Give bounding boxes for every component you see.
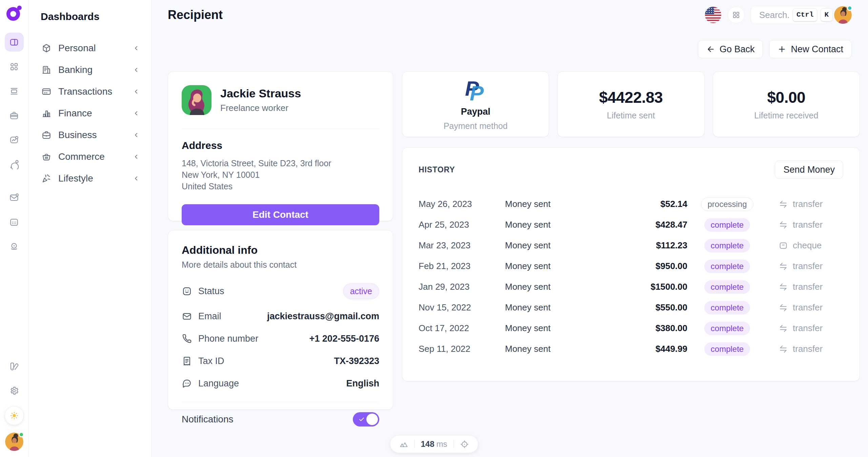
apps-button[interactable] — [728, 6, 745, 23]
user-avatar[interactable] — [834, 6, 852, 24]
search-input[interactable] — [759, 9, 790, 21]
webcam-icon — [9, 242, 19, 251]
rail-item-calendar[interactable] — [5, 212, 24, 231]
info-row-phone: Phone number +1 202-555-0176 — [182, 334, 379, 344]
panels-icon — [9, 37, 19, 47]
rail-item-chat[interactable] — [5, 155, 24, 174]
history-date: Nov 15, 2022 — [419, 302, 505, 313]
new-contact-button[interactable]: New Contact — [769, 40, 852, 58]
history-status-cell: complete — [687, 342, 767, 356]
history-row[interactable]: Apr 25, 2023 Money sent $428.47 complete — [419, 214, 843, 235]
history-type-label: transfer — [793, 323, 823, 334]
rail-item-swatches[interactable] — [5, 357, 24, 376]
history-type-cell: transfer — [767, 199, 843, 209]
edit-contact-button[interactable]: Edit Contact — [182, 204, 379, 225]
sidebar-item-finance[interactable]: Finance — [39, 102, 142, 124]
sidebar-item-commerce[interactable]: Commerce — [39, 146, 142, 168]
left-column: Jackie Strauss Freelance worker Address … — [168, 71, 393, 410]
lifetime-sent-card: $4422.83 Lifetime sent — [557, 71, 704, 137]
sidebar-item-lifestyle[interactable]: Lifestyle — [39, 168, 142, 189]
online-status-dot — [19, 432, 24, 437]
history-date: Oct 17, 2022 — [419, 323, 505, 334]
payment-method-card[interactable]: P P Paypal Payment method — [402, 71, 549, 137]
smile-square-icon — [182, 286, 192, 297]
history-row[interactable]: Mar 23, 2023 Money sent $112.23 complete — [419, 235, 843, 256]
cheque-icon — [779, 241, 788, 250]
svg-text:P: P — [470, 81, 484, 103]
history-row[interactable]: Feb 21, 2023 Money sent $950.00 complete — [419, 256, 843, 277]
sidebar-item-banking[interactable]: Banking — [39, 59, 142, 81]
user-avatar[interactable] — [5, 433, 23, 451]
sidebar-item-label: Transactions — [58, 86, 112, 97]
rail-item-media[interactable] — [5, 130, 24, 149]
mountains-icon — [399, 440, 408, 449]
status-badge: complete — [704, 280, 750, 294]
bank-icon — [41, 65, 52, 75]
history-amount: $52.14 — [628, 199, 687, 209]
info-row-status: Status active — [182, 283, 379, 299]
history-row[interactable]: Nov 15, 2022 Money sent $550.00 complete — [419, 297, 843, 318]
rail-item-work[interactable] — [5, 106, 24, 125]
crosshair-icon[interactable] — [460, 440, 469, 449]
notifications-toggle[interactable] — [353, 412, 379, 426]
history-type-label: transfer — [793, 220, 823, 230]
swatches-icon — [9, 361, 19, 371]
history-row[interactable]: May 26, 2023 Money sent $52.14 processin… — [419, 194, 843, 214]
avatar-image — [182, 85, 211, 115]
transfer-icon — [779, 344, 788, 354]
history-description: Money sent — [505, 282, 628, 292]
sidebar-item-label: Commerce — [58, 151, 105, 162]
address-block: 148, Victoria Street, Suite D23, 3rd flo… — [182, 157, 379, 192]
info-label: Language — [198, 378, 239, 389]
rail-item-settings[interactable] — [5, 381, 24, 400]
address-title: Address — [182, 140, 379, 151]
sidebar-item-label: Banking — [58, 64, 93, 75]
search-box[interactable]: Ctrl K — [751, 6, 828, 24]
language-icon — [182, 378, 192, 389]
logo-icon — [6, 5, 22, 21]
contact-card: Jackie Strauss Freelance worker Address … — [168, 71, 393, 221]
history-description: Money sent — [505, 220, 628, 230]
theme-toggle[interactable] — [5, 406, 24, 425]
transfer-icon — [779, 199, 788, 209]
history-type-label: cheque — [793, 240, 822, 251]
chevron-left-icon — [133, 88, 140, 95]
history-type-cell: transfer — [767, 344, 843, 354]
address-line: New York, NY 10001 — [182, 169, 379, 180]
rail-item-inbox[interactable] — [5, 81, 24, 100]
history-row[interactable]: Jan 29, 2023 Money sent $1500.00 complet… — [419, 277, 843, 297]
sidebar-item-personal[interactable]: Personal — [39, 37, 142, 59]
sidebar-item-transactions[interactable]: Transactions — [39, 81, 142, 102]
notifications-label: Notifications — [182, 414, 234, 425]
rail-item-mail[interactable] — [5, 188, 24, 207]
receipt-icon — [182, 356, 192, 366]
history-row[interactable]: Sep 11, 2022 Money sent $449.99 complete — [419, 339, 843, 359]
sidebar-item-business[interactable]: Business — [39, 124, 142, 146]
sidebar-item-label: Business — [58, 130, 97, 140]
devtools-statusbar[interactable]: 148ms — [390, 435, 478, 453]
rail-item-dashboards[interactable] — [5, 33, 24, 52]
history-date: Mar 23, 2023 — [419, 240, 505, 251]
history-row[interactable]: Oct 17, 2022 Money sent $380.00 complete — [419, 318, 843, 339]
info-rows: Status active Email jackiestrauss@gmail.… — [182, 283, 379, 389]
info-row-taxid: Tax ID TX-392323 — [182, 356, 379, 366]
plus-icon — [778, 45, 786, 54]
rail-item-apps[interactable] — [5, 57, 24, 76]
paypal-icon: P P — [465, 77, 486, 103]
chevron-left-icon — [133, 132, 140, 138]
history-status-cell: complete — [687, 280, 767, 294]
topbar-controls: Ctrl K — [705, 6, 860, 24]
go-back-button[interactable]: Go Back — [698, 40, 763, 58]
app-logo[interactable] — [6, 5, 22, 21]
info-value: TX-392323 — [334, 356, 379, 366]
history-status-cell: complete — [687, 218, 767, 232]
rail-item-webcam[interactable] — [5, 237, 24, 256]
notifications-row: Notifications — [182, 412, 379, 426]
kbd-ctrl: Ctrl — [792, 8, 817, 22]
address-line: United States — [182, 180, 379, 192]
sidebar-menu: Dashboards Personal Banking — [28, 0, 152, 457]
language-flag-button[interactable] — [705, 6, 722, 23]
history-title: HISTORY — [419, 165, 455, 174]
info-row-language: Language English — [182, 378, 379, 389]
send-money-button[interactable]: Send Money — [775, 160, 843, 179]
